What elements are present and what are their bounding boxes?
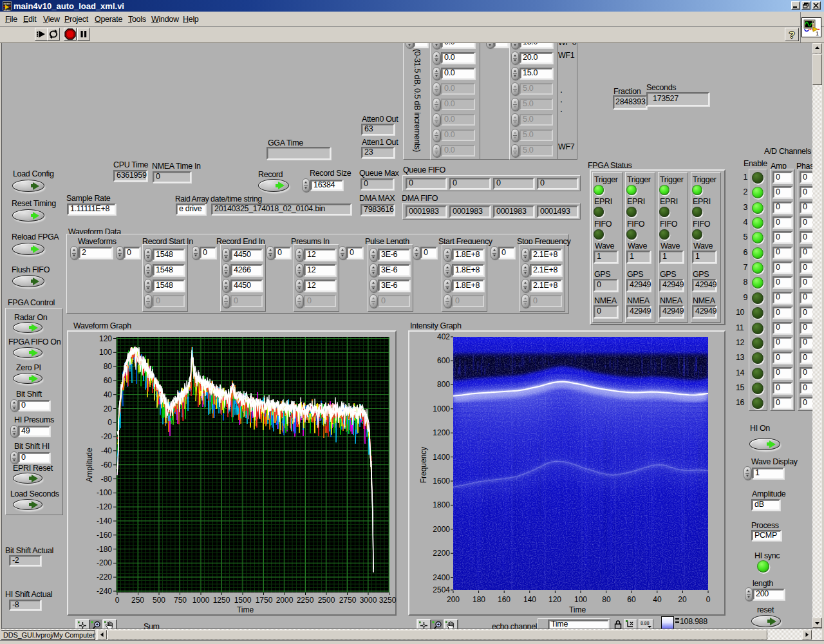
- svg-text:80: 80: [104, 362, 113, 371]
- svg-text:20: 20: [104, 404, 113, 413]
- svg-text:2504: 2504: [433, 585, 450, 594]
- svg-text:1500: 1500: [234, 596, 252, 605]
- svg-text:1250: 1250: [213, 596, 230, 605]
- svg-text:-220: -220: [97, 573, 112, 582]
- svg-text:800: 800: [437, 380, 450, 389]
- svg-text:1200: 1200: [433, 428, 450, 437]
- svg-text:-100: -100: [97, 488, 112, 497]
- svg-text:Time: Time: [237, 605, 254, 614]
- svg-text:Frequency: Frequency: [419, 447, 428, 484]
- svg-text:0: 0: [706, 595, 711, 604]
- svg-text:2200: 2200: [433, 549, 450, 558]
- svg-text:-160: -160: [97, 531, 112, 540]
- svg-text:2750: 2750: [339, 596, 357, 605]
- svg-text:-40: -40: [101, 446, 113, 455]
- svg-text:8.88: 8.88: [641, 621, 650, 625]
- svg-text:120: 120: [99, 334, 112, 343]
- svg-text:60: 60: [104, 376, 113, 385]
- svg-text:600: 600: [437, 356, 450, 365]
- svg-text:1600: 1600: [433, 477, 450, 486]
- svg-text:-120: -120: [97, 502, 112, 511]
- svg-text:20: 20: [678, 595, 687, 604]
- svg-text:200: 200: [447, 595, 460, 604]
- svg-text:1800: 1800: [433, 500, 450, 509]
- svg-text:-140: -140: [97, 516, 112, 526]
- svg-text:-200: -200: [97, 558, 112, 567]
- svg-text:0: 0: [115, 596, 120, 605]
- svg-text:750: 750: [174, 596, 187, 605]
- svg-text:1400: 1400: [433, 453, 450, 462]
- svg-text:2250: 2250: [297, 596, 314, 605]
- svg-text:2000: 2000: [276, 596, 294, 605]
- svg-text:60: 60: [627, 595, 636, 604]
- svg-text:2400: 2400: [433, 573, 450, 582]
- svg-text:1000: 1000: [192, 596, 210, 605]
- svg-text:500: 500: [153, 596, 165, 605]
- svg-text:180: 180: [473, 595, 485, 604]
- svg-text:40: 40: [653, 595, 662, 604]
- svg-text:100: 100: [574, 595, 587, 604]
- svg-text:Amplitude: Amplitude: [85, 448, 94, 482]
- svg-text:1: 1: [816, 30, 819, 36]
- svg-text:-20: -20: [101, 432, 113, 441]
- svg-text:-60: -60: [101, 460, 113, 469]
- svg-text:2500: 2500: [318, 596, 335, 605]
- svg-text:2000: 2000: [433, 525, 450, 534]
- svg-text:402: 402: [437, 332, 450, 341]
- svg-text:1750: 1750: [256, 596, 273, 605]
- svg-text:140: 140: [523, 595, 536, 604]
- svg-text:1000: 1000: [433, 404, 450, 413]
- svg-text:100: 100: [99, 348, 112, 357]
- svg-text:250: 250: [131, 596, 144, 605]
- svg-text:Time: Time: [569, 605, 586, 614]
- svg-text:0: 0: [108, 418, 112, 427]
- svg-text:120: 120: [548, 595, 561, 604]
- svg-text:160: 160: [498, 595, 510, 604]
- svg-text:-240: -240: [97, 587, 112, 596]
- svg-text:3000: 3000: [360, 596, 377, 605]
- svg-text:-180: -180: [97, 545, 112, 554]
- svg-text:80: 80: [602, 595, 611, 604]
- svg-text:40: 40: [104, 390, 113, 399]
- svg-text:3250: 3250: [379, 596, 397, 605]
- svg-text:-80: -80: [101, 475, 113, 484]
